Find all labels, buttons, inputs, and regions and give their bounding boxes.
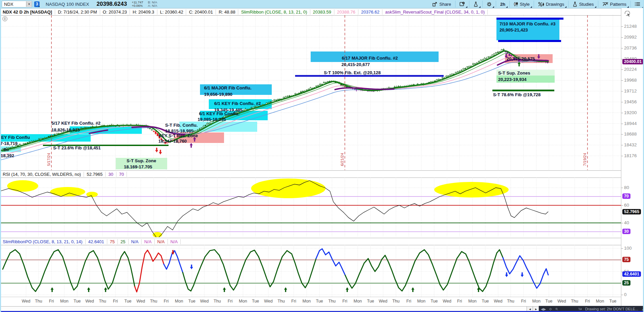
time-axis[interactable]: WedThuFriMonTueWedThuFriTueWedThuFriMonT… bbox=[0, 297, 621, 306]
news-icon bbox=[460, 2, 465, 6]
time-axis-label: Fri bbox=[342, 299, 348, 304]
rsi-chart-canvas[interactable] bbox=[0, 178, 621, 237]
study-slimribbon-label[interactable]: SlimRibbon (CLOSE, 8, 13, 21, 0) bbox=[238, 9, 310, 15]
time-axis-label: Tue bbox=[316, 299, 323, 304]
svg-text:5/17/24: 5/17/24 bbox=[47, 153, 51, 166]
signal-arrow bbox=[155, 148, 158, 152]
time-axis-label: Thu bbox=[507, 299, 514, 304]
price-axis-label: 19712 bbox=[624, 88, 637, 93]
symbol-value[interactable]: NDX bbox=[2, 2, 26, 7]
svg-text:20,905-21,423: 20,905-21,423 bbox=[499, 27, 528, 33]
price-axis-label: 18688 bbox=[624, 131, 637, 137]
price-chart-canvas[interactable]: 5/17/246/21/247/19/24KEY Fib Conflu507-1… bbox=[0, 15, 621, 170]
svg-text:20,223-19,934: 20,223-19,934 bbox=[498, 77, 527, 82]
chart-menu-button[interactable] bbox=[632, 0, 644, 8]
svg-text:19,085-19,235: 19,085-19,235 bbox=[198, 117, 226, 122]
alerts-badge[interactable]: 3 bbox=[34, 1, 40, 7]
studies-flask-icon bbox=[573, 2, 577, 7]
svg-text:5/17 KEY Fib Conflu. #2: 5/17 KEY Fib Conflu. #2 bbox=[51, 121, 101, 126]
svg-text:S-T Sup. Zone: S-T Sup. Zone bbox=[127, 158, 156, 163]
svg-text:KEY S-T Res. Zone: KEY S-T Res. Zone bbox=[158, 133, 198, 138]
po-axis-bubble: 42.6401 bbox=[622, 271, 641, 277]
time-axis-label: Tue bbox=[252, 299, 259, 304]
patterns-button[interactable]: Patterns bbox=[600, 0, 629, 8]
po-chart-canvas[interactable] bbox=[0, 245, 621, 297]
ohlc-range: R: 48.88 bbox=[216, 9, 238, 15]
timeframe-button[interactable]: 2h bbox=[497, 0, 508, 8]
time-axis-label: Mon bbox=[60, 299, 68, 304]
time-axis-label: Tue bbox=[430, 299, 438, 304]
svg-text:S-T Fib. Conflu.: S-T Fib. Conflu. bbox=[165, 123, 198, 128]
news-button[interactable] bbox=[457, 0, 468, 8]
time-axis-label: Thu bbox=[392, 299, 400, 304]
info-icon[interactable]: i bbox=[2, 16, 7, 21]
time-axis-label: Tue bbox=[188, 299, 195, 304]
cursor-pointer-icon bbox=[624, 11, 631, 18]
svg-text:6/17 MAJOR Fib Conflu. #2: 6/17 MAJOR Fib Conflu. #2 bbox=[342, 56, 398, 61]
time-axis-label: Fri bbox=[585, 299, 590, 304]
svg-text:6/1 KEY Fib Conflu.: 6/1 KEY Fib Conflu. bbox=[199, 111, 240, 116]
analyze-button[interactable] bbox=[471, 0, 481, 8]
time-axis-label: Thu bbox=[150, 299, 157, 304]
symbol-dropdown-icon[interactable]: ▼ bbox=[26, 1, 32, 7]
svg-text:20,415-20,575: 20,415-20,575 bbox=[507, 56, 535, 61]
alerts-count: 3 bbox=[36, 2, 38, 6]
time-axis-label: Thu bbox=[35, 299, 42, 304]
svg-text:6/21/24: 6/21/24 bbox=[340, 153, 344, 166]
crosshair-icon[interactable] bbox=[549, 307, 552, 311]
symbol-input[interactable]: NDX ▼ bbox=[2, 1, 32, 7]
time-axis-label: Fri bbox=[113, 299, 118, 304]
po-na-3: N/A bbox=[155, 239, 168, 244]
rsi-axis-label: 80 bbox=[624, 185, 629, 190]
pan-arrows-icon[interactable]: ◀▶ bbox=[541, 307, 546, 311]
drawing-set-icon[interactable] bbox=[578, 307, 582, 311]
candlestick-icon bbox=[514, 2, 518, 7]
settings-button[interactable] bbox=[484, 0, 494, 8]
drawings-button[interactable]: Drawings bbox=[535, 0, 567, 8]
svg-text:S-T 78.6% Fib @19,728: S-T 78.6% Fib @19,728 bbox=[493, 92, 541, 97]
po-axis-label: 100 bbox=[624, 246, 632, 251]
time-axis-label: Mon bbox=[175, 299, 183, 304]
slimribbon-value-3: 20376.62 bbox=[358, 9, 382, 15]
time-axis-label: Tue bbox=[545, 299, 552, 304]
studies-button[interactable]: Studies bbox=[570, 0, 596, 8]
study-reversalscout-label[interactable]: askSlim_ReversalScout_Final (CLOSE, 34, … bbox=[382, 9, 488, 15]
ohlc-high: H: 20409.3 bbox=[130, 9, 157, 15]
bid-ask: B: N/AA: N/A bbox=[148, 1, 157, 7]
last-price: 20398.6243 bbox=[96, 1, 127, 7]
svg-text:18,815-18,985: 18,815-18,985 bbox=[165, 128, 194, 133]
time-axis-label: Wed bbox=[443, 299, 451, 304]
time-axis-label: Tue bbox=[609, 299, 616, 304]
price-axis-label: 20224 bbox=[624, 67, 637, 72]
svg-text:18,392: 18,392 bbox=[1, 153, 14, 158]
drawing-set-label[interactable]: Drawing set: 2hr DON'T DELE... bbox=[585, 307, 638, 311]
price-axis[interactable]: 2124820992207362048020224199681971219456… bbox=[621, 8, 644, 306]
chart-title: NDX 42 D 2h [NASDAQ] bbox=[0, 9, 55, 15]
price-axis-label: 19968 bbox=[624, 78, 637, 83]
time-axis-label: Fri bbox=[521, 299, 526, 304]
svg-text:18,826-18,915: 18,826-18,915 bbox=[51, 127, 80, 132]
po-line-b bbox=[316, 249, 345, 275]
svg-text:7/19/24: 7/19/24 bbox=[583, 153, 587, 166]
rsi-oversold-param: 30 bbox=[106, 172, 116, 177]
style-button[interactable]: Style bbox=[511, 0, 532, 8]
share-button[interactable]: Share bbox=[430, 0, 454, 8]
top-toolbar: NDX ▼ 3 NASDAQ 100 INDEX 20398.6243 +11.… bbox=[0, 0, 644, 8]
signal-arrow bbox=[223, 287, 226, 292]
time-axis-label: Wed bbox=[136, 299, 145, 304]
time-axis-label: Mon bbox=[239, 299, 247, 304]
svg-text:flu: flu bbox=[3, 147, 9, 152]
po-line-g bbox=[345, 250, 503, 291]
slimribbon-value-2: 20388.76 bbox=[334, 9, 358, 15]
po-line-g bbox=[183, 250, 316, 291]
time-axis-label: Wed bbox=[22, 299, 30, 304]
patterns-icon bbox=[602, 2, 608, 6]
po-study-label[interactable]: SlimRibbonPO (CLOSE, 8, 13, 21, 0, 14) bbox=[0, 239, 86, 244]
time-axis-label: Mon bbox=[596, 299, 604, 304]
svg-text:6/1 KEY Fib Conflu. #2: 6/1 KEY Fib Conflu. #2 bbox=[214, 101, 261, 106]
po-na-2: N/A bbox=[141, 239, 155, 244]
price-axis-label: 18432 bbox=[624, 142, 637, 147]
time-axis-label: Tue bbox=[73, 299, 81, 304]
rsi-study-label[interactable]: RSI (14, 70, 30, CLOSE, WILDERS, no) bbox=[0, 172, 84, 177]
po-line-r bbox=[135, 250, 164, 292]
